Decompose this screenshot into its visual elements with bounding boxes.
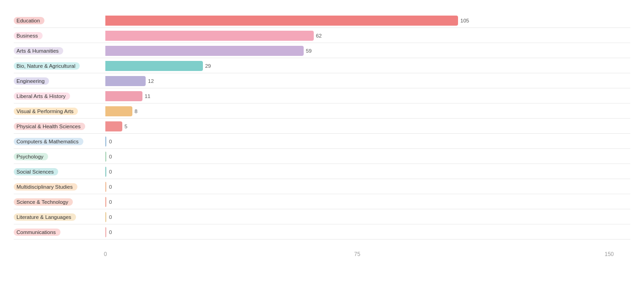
chart-container: Education105Business62Arts & Humanities5…	[0, 0, 644, 289]
bar-label-pill: Arts & Humanities	[14, 47, 63, 55]
bar-label-pill: Business	[14, 32, 43, 39]
x-axis: 075150	[105, 247, 630, 251]
bar-label-pill: Communications	[14, 229, 60, 236]
bar-label-pill: Literature & Languages	[14, 213, 76, 221]
bar-label-pill: Psychology	[14, 153, 48, 160]
x-axis-tick: 75	[354, 251, 360, 257]
bar-row: Psychology0	[14, 150, 630, 164]
bar	[105, 91, 142, 101]
bar-value: 5	[125, 121, 127, 131]
bar-value: 59	[306, 46, 312, 56]
bar-label-pill: Visual & Performing Arts	[14, 108, 78, 115]
bar-value: 0	[109, 152, 112, 162]
bar-row: Education105	[14, 14, 630, 28]
bar-row: Literature & Languages0	[14, 210, 630, 224]
bar-label-pill: Social Sciences	[14, 168, 58, 175]
bar-label-pill: Physical & Health Sciences	[14, 123, 85, 130]
bar-value: 8	[135, 106, 137, 116]
bar-label-pill: Science & Technology	[14, 198, 73, 206]
x-axis-tick: 0	[104, 251, 107, 257]
bar	[105, 121, 122, 131]
bar-value: 0	[109, 167, 112, 177]
bar-value: 0	[109, 212, 112, 222]
bar-value: 11	[145, 91, 151, 101]
bar-value: 105	[460, 16, 469, 26]
bar-row: Bio, Nature & Agricultural29	[14, 59, 630, 73]
bar-label-pill: Engineering	[14, 77, 49, 85]
bar-label-pill: Multidisciplinary Studies	[14, 183, 77, 191]
bar-value: 62	[316, 31, 322, 41]
bar-value: 0	[109, 136, 112, 147]
bar-row: Engineering12	[14, 74, 630, 88]
bar	[105, 76, 146, 86]
bar-row: Multidisciplinary Studies0	[14, 180, 630, 194]
bar	[105, 16, 458, 26]
bar-value: 12	[148, 76, 154, 86]
bar-row: Communications0	[14, 225, 630, 240]
bar-row: Business62	[14, 29, 630, 43]
bar	[105, 136, 106, 147]
bar-row: Social Sciences0	[14, 165, 630, 179]
bar-row: Physical & Health Sciences5	[14, 120, 630, 134]
bars-area: Education105Business62Arts & Humanities5…	[14, 14, 630, 247]
bar	[105, 46, 304, 56]
bar	[105, 31, 314, 41]
bar-row: Visual & Performing Arts8	[14, 104, 630, 119]
bar	[105, 152, 106, 162]
bar-row: Arts & Humanities59	[14, 44, 630, 58]
bar	[105, 227, 106, 237]
x-axis-tick: 150	[605, 251, 614, 257]
bar	[105, 106, 132, 116]
bar	[105, 212, 106, 222]
bar	[105, 197, 106, 207]
bar-value: 0	[109, 197, 112, 207]
bar-label-pill: Bio, Nature & Agricultural	[14, 62, 80, 70]
bar	[105, 182, 106, 192]
bar-label-pill: Education	[14, 17, 44, 24]
bar-value: 0	[109, 182, 112, 192]
bar-label-pill: Liberal Arts & History	[14, 93, 70, 100]
bar-row: Science & Technology0	[14, 195, 630, 209]
bar-value: 29	[205, 61, 211, 71]
bar-value: 0	[109, 227, 112, 237]
bar	[105, 167, 106, 177]
bar-label-pill: Computers & Mathematics	[14, 138, 83, 145]
bar-row: Computers & Mathematics0	[14, 135, 630, 149]
bar	[105, 61, 203, 71]
bar-row: Liberal Arts & History11	[14, 89, 630, 104]
